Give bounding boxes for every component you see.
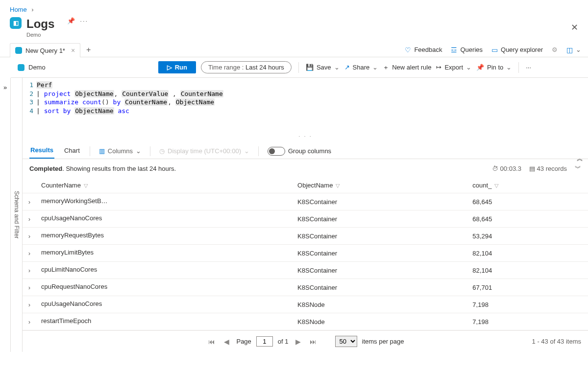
more-icon[interactable]: ··· [80,17,88,24]
cell-count: 68,645 [467,193,588,210]
cell-objectname: K8SContainer [293,245,467,262]
logs-icon: ◧ [10,17,22,29]
cell-countername: cpuLimitNanoCores [36,262,293,279]
plus-icon: ＋ [383,63,389,72]
panel-icon[interactable]: ◫⌄ [566,46,581,54]
toolbar-more-icon[interactable]: ··· [526,64,531,71]
first-page-button[interactable]: ⏮ [206,338,217,346]
cell-count: 68,645 [467,210,588,228]
save-button[interactable]: 💾Save⌄ [306,64,340,71]
results-table: CounterName▽ ObjectName▽ count_▽ ›memory… [23,178,588,330]
share-button[interactable]: ↗Share⌄ [344,64,378,71]
cell-objectname: K8SContainer [293,193,467,210]
resize-handle[interactable]: · · · [23,131,588,140]
page-header: ◧ Logs Demo 📌 ··· ✕ [0,15,588,43]
query-explorer-button[interactable]: ▭Query explorer [491,46,543,54]
last-page-button[interactable]: ⏭ [308,338,318,346]
cell-countername: cpuUsageNanoCores [36,210,293,228]
expand-row-icon[interactable]: › [23,228,36,245]
tab-new-query[interactable]: New Query 1* × [10,43,80,57]
table-row[interactable]: ›memoryRequestBytesK8SContainer53,294 [23,228,588,245]
group-columns-toggle[interactable]: Group columns [268,147,331,156]
page-label: Page [236,338,251,345]
col-header[interactable]: CounterName▽ [36,178,293,193]
cell-objectname: K8SContainer [293,279,467,296]
pager: ⏮ ◀ Page of 1 ▶ ⏭ 50 items per page 1 - … [23,330,588,352]
table-row[interactable]: ›cpuLimitNanoCoresK8SContainer82,104 [23,262,588,279]
schema-filter-label: Schema and Filter [13,191,20,238]
add-tab-button[interactable]: + [86,46,91,54]
next-page-button[interactable]: ▶ [294,338,303,346]
settings-icon[interactable]: ⚙ [552,46,558,53]
expand-row-icon[interactable]: › [23,193,36,210]
pin-to-button[interactable]: 📌Pin to⌄ [476,64,512,71]
table-row[interactable]: ›cpuRequestNanoCoresK8SContainer67,701 [23,279,588,296]
code-area[interactable]: Perf | project ObjectName, CounterValue … [36,81,588,115]
run-button[interactable]: ▷Run [158,61,196,73]
status-text: . Showing results from the last 24 hours… [62,165,176,172]
tab-chart[interactable]: Chart [63,144,81,158]
expand-row-icon[interactable]: › [23,313,36,330]
stopwatch-icon: ⏱ [492,165,498,172]
query-tabs: New Query 1* × + ♡Feedback ☲Queries ▭Que… [0,43,588,57]
status-completed: Completed [29,165,62,172]
page-subtitle: Demo [26,32,60,38]
per-page-label: items per page [362,338,404,345]
table-row[interactable]: ›memoryWorkingSetB…K8SContainer68,645 [23,193,588,210]
page-title: Logs [26,17,54,31]
expand-row-icon[interactable]: › [23,210,36,228]
panel-layout-icon: ◫ [566,46,573,54]
display-time-button[interactable]: ◷Display time (UTC+00:00)⌄ [159,147,249,155]
per-page-select[interactable]: 50 [335,336,357,347]
filter-icon[interactable]: ▽ [84,183,88,188]
table-row[interactable]: ›restartTimeEpochK8SNode7,198 [23,313,588,330]
pin-icon[interactable]: 📌 [67,17,75,24]
time-range-picker[interactable]: Time range : Last 24 hours [201,61,292,73]
columns-button[interactable]: ▥Columns⌄ [99,147,141,155]
expand-results-icon[interactable]: ︾ [575,164,581,173]
save-icon: 💾 [306,64,314,71]
export-button[interactable]: ↦Export⌄ [436,64,471,71]
tab-close-icon[interactable]: × [71,46,75,54]
expand-row-icon[interactable]: › [23,296,36,313]
feedback-button[interactable]: ♡Feedback [405,46,442,54]
scope-icon [18,64,24,71]
breadcrumb: Home › [0,0,588,15]
cell-countername: memoryLimitBytes [36,245,293,262]
expand-row-icon[interactable]: › [23,279,36,296]
page-input[interactable] [256,336,273,347]
expand-sidebar-button[interactable]: » [0,78,11,352]
table-row[interactable]: ›memoryLimitBytesK8SContainer82,104 [23,245,588,262]
scope-selector[interactable]: Demo [18,64,46,71]
table-row[interactable]: ›cpuUsageNanoCoresK8SContainer68,645 [23,210,588,228]
prev-page-button[interactable]: ◀ [222,338,231,346]
schema-filter-collapsed[interactable]: Schema and Filter [11,78,23,352]
query-editor[interactable]: 1 2 3 4 Perf | project ObjectName, Count… [23,78,588,118]
cell-objectname: K8SContainer [293,210,467,228]
cell-countername: memoryRequestBytes [36,228,293,245]
records-icon: ▤ [529,165,535,172]
pager-summary: 1 - 43 of 43 items [532,338,581,345]
filter-icon[interactable]: ▽ [494,183,498,188]
cell-countername: restartTimeEpoch [36,313,293,330]
col-header[interactable]: ObjectName▽ [293,178,467,193]
list-icon: ☲ [451,46,457,54]
explorer-icon: ▭ [491,46,498,54]
tab-results[interactable]: Results [29,143,54,159]
toggle-off-icon[interactable] [268,147,285,156]
expand-row-icon[interactable]: › [23,245,36,262]
expand-row-icon[interactable]: › [23,262,36,279]
page-of: of 1 [278,338,289,345]
collapse-editor-icon[interactable]: ︽ [577,154,583,163]
col-header[interactable]: count_▽ [467,178,588,193]
double-chevron-right-icon: » [3,84,7,91]
play-icon: ▷ [167,64,172,71]
new-alert-button[interactable]: ＋New alert rule [383,63,431,72]
queries-button[interactable]: ☲Queries [451,46,483,54]
close-icon[interactable]: ✕ [571,22,578,33]
results-tabs: Results Chart ▥Columns⌄ ◷Display time (U… [23,140,588,159]
cell-count: 67,701 [467,279,588,296]
filter-icon[interactable]: ▽ [336,183,340,188]
breadcrumb-home[interactable]: Home [10,6,27,13]
table-row[interactable]: ›cpuUsageNanoCoresK8SNode7,198 [23,296,588,313]
